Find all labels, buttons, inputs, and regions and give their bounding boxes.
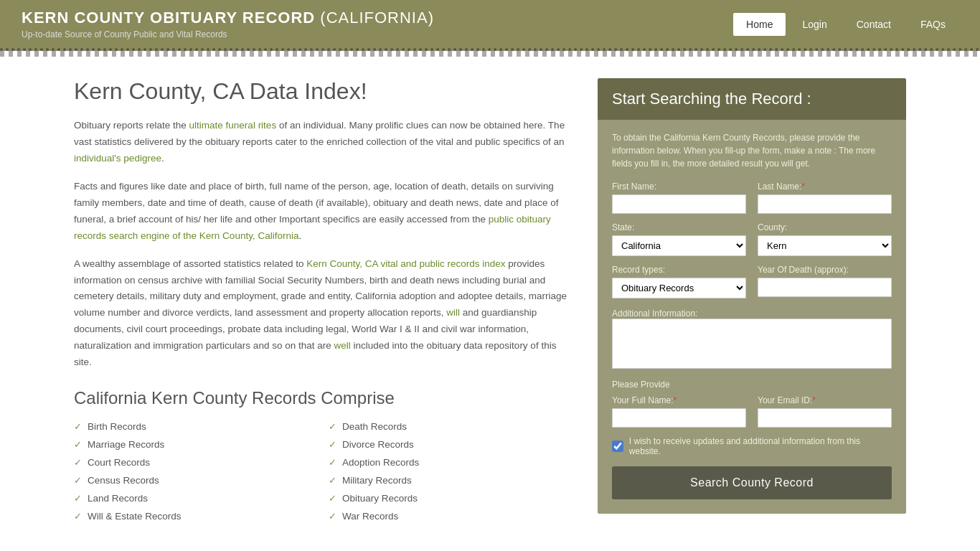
check-icon: ✓ — [329, 457, 336, 468]
check-icon: ✓ — [329, 421, 336, 432]
record-type-label: Record types: — [612, 265, 746, 275]
intro-para1: Obituary reports relate the ultimate fun… — [74, 118, 569, 167]
county-group: County: Kern Los Angeles San Diego Fresn… — [758, 222, 892, 256]
main-content: Kern County, CA Data Index! Obituary rep… — [60, 57, 920, 545]
list-item: ✓Birth Records — [74, 420, 314, 433]
check-icon: ✓ — [74, 475, 82, 486]
newsletter-checkbox-row: I wish to receive updates and additional… — [612, 436, 892, 456]
list-item: ✓Court Records — [74, 456, 314, 469]
email-group: Your Email ID:* — [758, 395, 892, 428]
site-header: KERN COUNTY OBITUARY RECORD (CALIFORNIA)… — [0, 0, 980, 51]
nav-login[interactable]: Login — [789, 13, 839, 36]
check-icon: ✓ — [74, 511, 82, 522]
check-icon: ✓ — [329, 511, 336, 522]
link-well[interactable]: well — [334, 340, 350, 351]
list-item: ✓Obituary Records — [329, 491, 569, 505]
check-icon: ✓ — [329, 493, 336, 504]
check-icon: ✓ — [329, 475, 336, 486]
divorce-records-label: Divorce Records — [342, 439, 414, 450]
header-branding: KERN COUNTY OBITUARY RECORD (CALIFORNIA)… — [22, 9, 434, 39]
nav-faqs[interactable]: FAQs — [908, 13, 958, 36]
record-year-row: Record types: Obituary Records Birth Rec… — [612, 265, 892, 298]
intro-para2: Facts and figures like date and place of… — [74, 179, 569, 245]
additional-info-input[interactable] — [612, 319, 892, 369]
site-title: KERN COUNTY OBITUARY RECORD (CALIFORNIA) — [22, 9, 434, 27]
records-list: ✓Birth Records ✓Death Records ✓Marriage … — [74, 420, 569, 523]
full-name-input[interactable] — [612, 408, 746, 428]
last-name-required: * — [801, 182, 805, 192]
newsletter-label: I wish to receive updates and additional… — [629, 436, 892, 456]
list-item: ✓Land Records — [74, 491, 314, 505]
county-label: County: — [758, 222, 892, 232]
please-provide-label: Please Provide — [612, 380, 892, 390]
state-county-row: State: California Texas New York Florida… — [612, 222, 892, 256]
additional-info-label: Additional Information: — [612, 309, 697, 319]
newsletter-checkbox[interactable] — [612, 441, 623, 452]
nav-home[interactable]: Home — [733, 13, 786, 36]
last-name-input[interactable] — [758, 194, 892, 214]
first-name-input[interactable] — [612, 194, 746, 214]
search-county-record-button[interactable]: Search County Record — [612, 466, 892, 499]
search-description: To obtain the California Kern County Rec… — [612, 131, 892, 170]
check-icon: ✓ — [74, 439, 82, 450]
main-nav: Home Login Contact FAQs — [733, 13, 958, 36]
search-form-body: To obtain the California Kern County Rec… — [598, 120, 906, 514]
record-type-select[interactable]: Obituary Records Birth Records Death Rec… — [612, 278, 746, 298]
link-pedigree[interactable]: individual's pedigree — [74, 153, 161, 164]
right-panel: Start Searching the Record : To obtain t… — [598, 78, 906, 523]
county-select[interactable]: Kern Los Angeles San Diego Fresno — [758, 235, 892, 256]
first-name-group: First Name: — [612, 182, 746, 214]
first-name-label: First Name: — [612, 182, 746, 192]
search-form-box: Start Searching the Record : To obtain t… — [598, 78, 906, 514]
search-form-title: Start Searching the Record : — [612, 90, 892, 108]
list-item: ✓War Records — [329, 509, 569, 523]
link-vital-records[interactable]: Kern County, CA vital and public records… — [306, 258, 505, 269]
left-panel: Kern County, CA Data Index! Obituary rep… — [74, 78, 569, 523]
state-group: State: California Texas New York Florida — [612, 222, 746, 256]
year-of-death-input[interactable] — [758, 278, 892, 297]
obituary-records-label: Obituary Records — [342, 493, 418, 504]
email-input[interactable] — [758, 408, 892, 428]
list-item: ✓Death Records — [329, 420, 569, 433]
additional-info-group: Additional Information: — [612, 307, 892, 371]
link-search-engine[interactable]: public obituary records search engine of… — [74, 214, 551, 241]
check-icon: ✓ — [74, 493, 82, 504]
check-icon: ✓ — [74, 457, 82, 468]
nav-contact[interactable]: Contact — [844, 13, 904, 36]
check-icon: ✓ — [74, 421, 82, 432]
list-item: ✓Census Records — [74, 474, 314, 487]
link-ultimate[interactable]: ultimate funeral rites — [189, 120, 277, 131]
state-select[interactable]: California Texas New York Florida — [612, 235, 746, 256]
last-name-label: Last Name:* — [758, 182, 892, 192]
link-will[interactable]: will — [446, 307, 460, 318]
last-name-group: Last Name:* — [758, 182, 892, 214]
list-item: ✓Divorce Records — [329, 438, 569, 451]
page-title: Kern County, CA Data Index! — [74, 78, 569, 105]
search-form-header: Start Searching the Record : — [598, 78, 906, 120]
check-icon: ✓ — [329, 439, 336, 450]
email-label: Your Email ID:* — [758, 395, 892, 405]
record-type-group: Record types: Obituary Records Birth Rec… — [612, 265, 746, 298]
list-item: ✓Marriage Records — [74, 438, 314, 451]
year-of-death-group: Year Of Death (approx): — [758, 265, 892, 298]
full-name-label: Your Full Name:* — [612, 395, 746, 405]
state-label: State: — [612, 222, 746, 232]
list-item: ✓Military Records — [329, 474, 569, 487]
full-name-group: Your Full Name:* — [612, 395, 746, 428]
list-item: ✓Adoption Records — [329, 456, 569, 469]
year-of-death-label: Year Of Death (approx): — [758, 265, 892, 275]
list-item: ✓Will & Estate Records — [74, 509, 314, 523]
section-title: California Kern County Records Comprise — [74, 388, 569, 408]
records-label: Will & Estate Records — [88, 511, 182, 522]
header-divider — [0, 51, 980, 57]
intro-para3: A wealthy assemblage of assorted statist… — [74, 256, 569, 372]
contact-row: Your Full Name:* Your Email ID:* — [612, 395, 892, 428]
site-tagline: Up-to-date Source of County Public and V… — [22, 29, 434, 39]
name-row: First Name: Last Name:* — [612, 182, 892, 214]
